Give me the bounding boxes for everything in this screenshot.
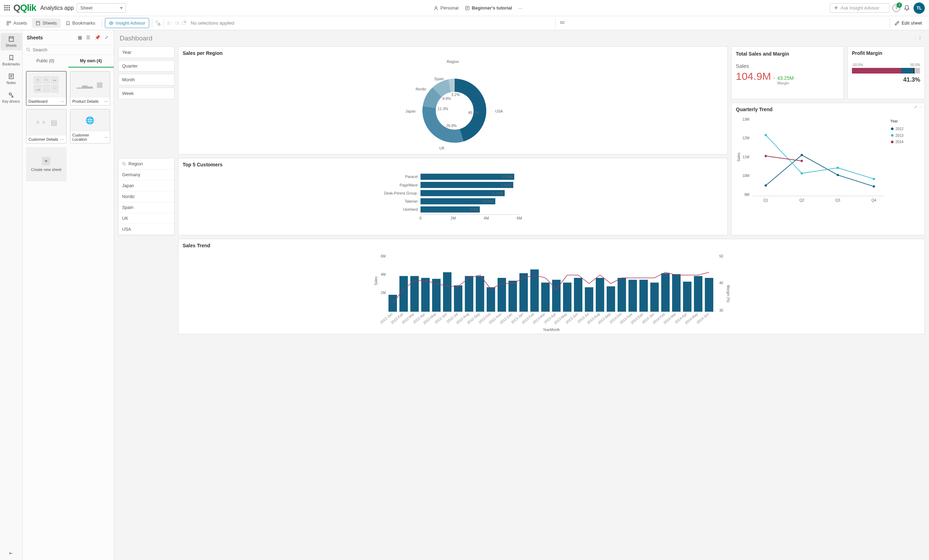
prev-sheet-icon[interactable]: 〈 <box>912 35 917 41</box>
svg-point-48 <box>837 174 839 176</box>
svg-point-57 <box>891 128 894 130</box>
sheets-tab[interactable]: Sheets <box>32 18 60 28</box>
rail-sheets[interactable]: Sheets <box>1 33 22 50</box>
svg-rect-112 <box>650 283 659 312</box>
svg-point-53 <box>873 177 875 180</box>
search-icon <box>26 47 31 52</box>
thumb-more-icon[interactable]: ··· <box>104 135 108 139</box>
svg-text:UK: UK <box>440 146 445 150</box>
pill-week[interactable]: Week <box>118 87 175 99</box>
sheet-thumb-customer-location[interactable]: 🌐 Customer Location··· <box>70 109 110 144</box>
svg-rect-10 <box>176 22 179 24</box>
thumb-more-icon[interactable]: ··· <box>61 137 64 141</box>
smart-search-icon[interactable] <box>155 20 161 26</box>
help-icon[interactable]: ?3 <box>892 4 900 12</box>
sheets-grid-icon[interactable] <box>560 21 565 26</box>
svg-text:Q4: Q4 <box>872 198 877 202</box>
assets-tab[interactable]: Assets <box>3 18 31 28</box>
svg-text:Talarian: Talarian <box>405 199 418 203</box>
svg-text:Userland: Userland <box>403 207 418 211</box>
svg-rect-95 <box>465 276 473 312</box>
svg-rect-102 <box>541 283 550 312</box>
pill-quarter[interactable]: Quarter <box>118 60 175 72</box>
sheet-thumb-product[interactable]: ▁▃▂ ▦ Product Details··· <box>70 71 110 106</box>
bell-icon[interactable] <box>904 5 910 11</box>
tab-public[interactable]: Public (0) <box>23 55 68 67</box>
svg-rect-110 <box>629 280 637 312</box>
ask-insight-input[interactable]: Ask Insight Advisor <box>830 3 889 13</box>
region-item[interactable]: Spain <box>119 202 174 213</box>
region-item[interactable]: Nordic <box>119 191 174 202</box>
create-sheet-button[interactable]: + Create new sheet <box>26 147 66 182</box>
thumb-more-icon[interactable]: ··· <box>104 99 108 103</box>
svg-rect-9 <box>167 22 171 24</box>
plus-icon: + <box>42 157 50 165</box>
svg-text:2014-Mar: 2014-Mar <box>662 312 677 325</box>
sheets-panel-title: Sheets <box>27 35 43 40</box>
grid-view-icon[interactable]: ▦ <box>77 34 83 41</box>
sales-trend-chart[interactable]: Sales Trend Sales 6M 4M 2M 50 40 30 <box>178 239 925 334</box>
quarterly-trend-chart[interactable]: ⤢··· Quarterly Trend Sales 13M 12M 11M 1… <box>731 103 925 235</box>
svg-rect-94 <box>454 285 462 312</box>
svg-text:2013-Mar: 2013-Mar <box>532 312 546 325</box>
more-icon[interactable]: ··· <box>518 5 522 11</box>
fullscreen-icon[interactable]: ⤢ <box>914 104 917 109</box>
region-item[interactable]: USA <box>119 224 174 235</box>
search-input[interactable] <box>33 47 110 52</box>
top5-customers-chart[interactable]: Top 5 Customers Paracel 5.69MPageWave 5.… <box>178 158 728 235</box>
sheet-thumb-dashboard[interactable]: ◔#1▬▁▃〜 Dashboard··· <box>26 71 66 106</box>
expand-icon[interactable]: ⤢ <box>103 34 109 41</box>
svg-text:30: 30 <box>719 309 724 312</box>
sheet-dropdown[interactable]: Sheet <box>77 3 126 13</box>
app-launcher-icon[interactable] <box>4 5 11 11</box>
bookmarks-tab[interactable]: Bookmarks <box>62 18 99 28</box>
step-back-icon[interactable] <box>167 20 172 26</box>
clear-sel-icon[interactable] <box>181 20 187 26</box>
svg-rect-7 <box>156 21 157 23</box>
rail-notes[interactable]: Notes <box>1 70 22 87</box>
region-item[interactable]: Germany <box>119 170 174 181</box>
sheet-thumb-customer-details[interactable]: ⚬⚬ ▤ Customer Details··· <box>26 109 66 144</box>
svg-rect-111 <box>639 280 648 312</box>
qlik-logo: QQlik <box>13 3 36 13</box>
tab-myown[interactable]: My own (4) <box>68 55 114 67</box>
svg-text:USA: USA <box>495 109 503 113</box>
avatar[interactable]: TL <box>914 3 925 14</box>
insight-advisor-button[interactable]: Insight Advisor <box>105 18 150 28</box>
svg-text:PageWave: PageWave <box>400 183 418 187</box>
svg-rect-4 <box>7 24 8 25</box>
svg-rect-107 <box>596 278 604 312</box>
tutorial-link[interactable]: Beginner's tutorial <box>465 5 512 11</box>
pin-icon[interactable]: 📌 <box>94 34 101 41</box>
svg-text:3.2%: 3.2% <box>451 92 460 97</box>
no-selections-label: No selections applied <box>191 20 235 26</box>
rail-bookmarks[interactable]: Bookmarks <box>1 52 22 69</box>
list-view-icon[interactable]: ☰ <box>85 34 92 41</box>
space-personal[interactable]: Personal <box>434 5 458 11</box>
svg-text:2014: 2014 <box>895 140 904 144</box>
svg-rect-90 <box>410 276 419 312</box>
region-item[interactable]: Japan <box>119 181 174 191</box>
svg-text:2012: 2012 <box>895 127 904 131</box>
pill-year[interactable]: Year <box>118 46 175 58</box>
svg-text:12M: 12M <box>742 136 750 140</box>
svg-rect-89 <box>399 276 408 312</box>
pill-month[interactable]: Month <box>118 74 175 86</box>
edit-sheet-button[interactable]: Edit sheet <box>890 18 926 28</box>
region-item[interactable]: UK <box>119 213 174 224</box>
step-fwd-icon[interactable] <box>174 20 179 26</box>
sales-per-region-chart[interactable]: Sales per Region Region 45.5% <box>178 46 728 155</box>
svg-text:Paracel: Paracel <box>405 174 418 179</box>
rail-keydrivers[interactable]: Key drivers <box>1 89 22 106</box>
svg-rect-14 <box>562 21 563 22</box>
more-icon[interactable]: ··· <box>919 104 922 109</box>
thumb-more-icon[interactable]: ··· <box>61 99 64 103</box>
svg-rect-103 <box>552 280 561 312</box>
next-sheet-icon[interactable]: 〉 <box>919 35 923 41</box>
kpi-total-sales[interactable]: Total Sales and Margin Sales 104.9M · 43… <box>731 46 844 99</box>
collapse-rail-icon[interactable]: ⇤ <box>5 546 17 560</box>
sheets-search[interactable] <box>23 45 113 55</box>
svg-rect-96 <box>476 276 484 312</box>
svg-point-59 <box>891 134 894 136</box>
profit-margin-chart[interactable]: Profit Margin -50.0%50.0% 41.3% <box>847 46 925 99</box>
